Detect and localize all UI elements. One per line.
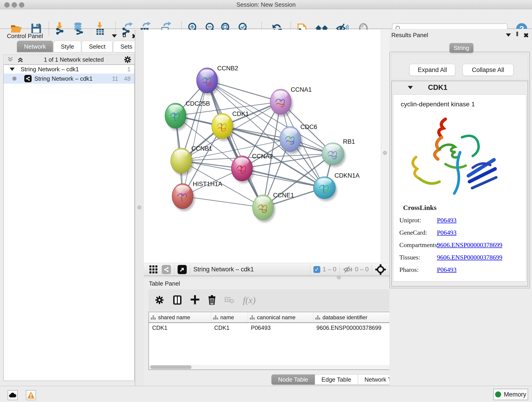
- cloud-button[interactable]: [7, 390, 18, 400]
- import-database-button[interactable]: [71, 23, 85, 34]
- float-panel-icon[interactable]: [516, 32, 518, 36]
- network-tree: String Network – cdk1 1 String Network –…: [3, 65, 134, 381]
- splitter-grip[interactable]: [383, 151, 387, 155]
- node-RB1[interactable]: RB1: [322, 138, 355, 167]
- node-label-CCNB2: CCNB2: [217, 65, 238, 72]
- network-name: String Network – cdk1: [34, 75, 93, 82]
- save-icon: [31, 23, 41, 34]
- close-panel-icon[interactable]: ✖: [524, 32, 529, 39]
- delete-column-trash-icon[interactable]: [208, 295, 216, 305]
- network-view-title: String Network – cdk1: [193, 266, 254, 273]
- network-row-selected[interactable]: String Network – cdk1 11 48: [4, 74, 134, 84]
- column-header-shared-name[interactable]: shared name: [149, 312, 211, 323]
- column-header-database-identifier[interactable]: database identifier: [313, 312, 393, 323]
- import-table-button[interactable]: [93, 23, 107, 34]
- splitter-grip[interactable]: [137, 205, 141, 210]
- table-options-gear-icon[interactable]: [155, 295, 164, 305]
- crosslink-label: Tissues:: [393, 254, 437, 261]
- node-CCNB2[interactable]: CCNB2: [196, 65, 238, 95]
- selected-count: 1 – 0: [323, 266, 336, 273]
- expand-all-networks-icon[interactable]: [17, 56, 24, 63]
- network-selection-summary: 1 of 1 Network selected: [24, 56, 124, 63]
- network-options-gear-icon[interactable]: [124, 56, 132, 64]
- collection-name: String Network – cdk1: [21, 66, 79, 73]
- open-folder-icon: [11, 23, 22, 33]
- footer-divider: [310, 264, 310, 274]
- grid-view-icon[interactable]: [149, 265, 158, 274]
- table-panel-title: Table Panel: [149, 280, 180, 287]
- node-CCNB1[interactable]: CCNB1: [171, 145, 212, 176]
- show-columns-icon[interactable]: [173, 295, 182, 305]
- node-HIST1H1A[interactable]: HIST1H1A: [172, 181, 222, 211]
- create-column-plus-icon[interactable]: [191, 295, 199, 305]
- hidden-count: 0 – 0: [355, 266, 369, 273]
- tab-style[interactable]: Style: [54, 41, 81, 52]
- cloud-icon: [9, 392, 16, 398]
- network-style-icon[interactable]: [162, 265, 171, 274]
- node-CDKN1A[interactable]: CDKN1A: [313, 172, 360, 201]
- left-panel-splitter[interactable]: [135, 30, 144, 386]
- right-panel-splitter[interactable]: [381, 30, 389, 263]
- splitter-grip[interactable]: [337, 275, 341, 279]
- protein-structure-image: [405, 112, 501, 198]
- footer-divider: [340, 264, 340, 274]
- network-collection-row[interactable]: String Network – cdk1 1: [4, 65, 134, 74]
- node-label-CDKN1A: CDKN1A: [335, 172, 360, 179]
- scrollbar-thumb[interactable]: [150, 365, 191, 369]
- crosslink-row: Uniprot:P06493: [393, 217, 526, 224]
- node-count: 11: [112, 75, 118, 82]
- edge-CCNB2-CCNE1[interactable]: [207, 80, 263, 207]
- import-network-button[interactable]: [54, 23, 67, 34]
- node-CDC25B[interactable]: CDC25B: [165, 100, 210, 131]
- node-CDC6[interactable]: CDC6: [280, 123, 317, 154]
- string-network-icon: [24, 75, 32, 82]
- expand-all-button[interactable]: Expand All: [409, 64, 455, 76]
- panel-menu-icon[interactable]: [112, 34, 117, 38]
- crosslink-row: GeneCard:P06493: [393, 229, 526, 236]
- collapse-all-button[interactable]: Collapse All: [462, 64, 513, 76]
- crosslink-row: Compartments:9606.ENSP00000378699: [393, 241, 526, 249]
- collection-expand-icon[interactable]: [10, 68, 15, 71]
- table-panel-tabs: Node TableEdge TableNetwork Table: [272, 375, 409, 385]
- node-label-CCNB1: CCNB1: [191, 145, 212, 152]
- float-panel-icon[interactable]: [123, 32, 126, 37]
- crosslink-link[interactable]: 9606.ENSP00000378699: [437, 241, 502, 249]
- crosslink-label: GeneCard:: [393, 229, 437, 236]
- panel-menu-icon[interactable]: [506, 33, 511, 37]
- function-builder-icon[interactable]: f(x): [243, 295, 256, 306]
- control-panel-controls: ✖: [112, 32, 137, 40]
- node-label-HIST1H1A: HIST1H1A: [193, 181, 222, 187]
- tab-string[interactable]: String: [450, 43, 473, 53]
- crosslink-link[interactable]: P06493: [437, 217, 457, 224]
- node-label-CDK1: CDK1: [232, 110, 249, 117]
- birdseye-navigator-icon[interactable]: [375, 264, 386, 275]
- warning-icon: [27, 391, 35, 399]
- edge-count: 48: [124, 75, 131, 82]
- gene-name: CDK1: [428, 83, 447, 92]
- gene-section-header[interactable]: CDK1: [392, 81, 528, 94]
- tab-network[interactable]: Network: [17, 41, 53, 52]
- node-CCNE1[interactable]: CCNE1: [253, 192, 294, 222]
- crosslink-row: Pharos:P06493: [393, 266, 526, 274]
- crosslink-link[interactable]: P06493: [437, 266, 457, 274]
- network-canvas[interactable]: CCNB2CCNA1CDC25BCDK1CDC6RB1CCNB1CCNA2CDK…: [144, 30, 381, 263]
- tab-edge-table[interactable]: Edge Table: [315, 375, 358, 385]
- column-header-name[interactable]: name: [211, 312, 248, 323]
- crosslink-link[interactable]: P06493: [437, 229, 457, 236]
- node-label-RB1: RB1: [343, 138, 355, 145]
- current-network-dot-icon: [12, 77, 17, 81]
- edge-CCNA2-CDKN1A[interactable]: [242, 168, 324, 188]
- collapse-section-icon[interactable]: [408, 86, 413, 89]
- warnings-button[interactable]: [26, 390, 36, 400]
- node-CCNA2[interactable]: CCNA2: [231, 153, 273, 183]
- memory-button[interactable]: Memory: [493, 389, 528, 400]
- selected-checkbox-icon[interactable]: ✓: [313, 266, 320, 273]
- tab-select[interactable]: Select: [82, 41, 113, 52]
- column-header-canonical-name[interactable]: canonical name: [248, 312, 313, 323]
- crosslink-link[interactable]: 9606.ENSP00000378699: [437, 254, 502, 261]
- node-CDK1[interactable]: CDK1: [212, 110, 249, 141]
- open-in-new-window-icon[interactable]: [177, 265, 187, 274]
- collapse-all-networks-icon[interactable]: [7, 56, 14, 63]
- delete-table-icon[interactable]: [225, 296, 234, 304]
- tab-node-table[interactable]: Node Table: [272, 375, 315, 385]
